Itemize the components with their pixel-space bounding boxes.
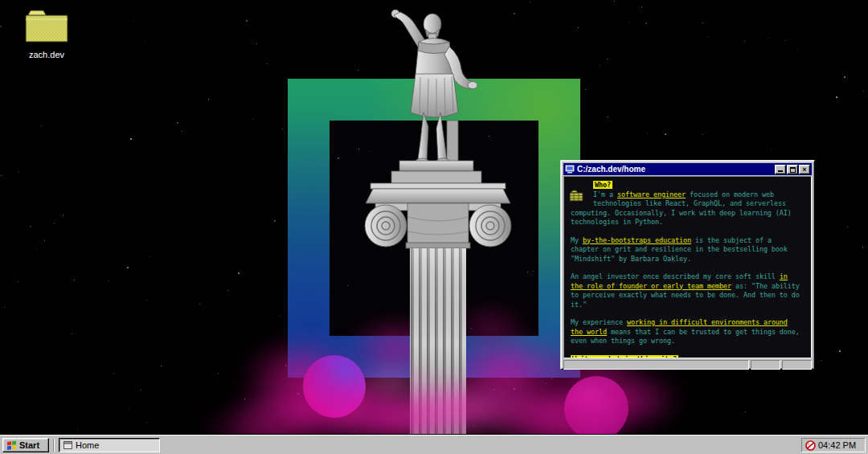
terminal-text: focused on modern web (686, 190, 774, 198)
window-title: C:/zach.dev/home (577, 165, 772, 174)
folder-label: zach.dev (18, 50, 76, 59)
star (177, 122, 178, 124)
star (127, 267, 129, 268)
star (44, 240, 45, 241)
star (744, 41, 745, 42)
star (199, 304, 200, 305)
terminal-link[interactable]: the world (571, 328, 607, 336)
terminal-body: Who?I'm a software engineer focused on m… (563, 176, 812, 358)
terminal-link[interactable]: working in difficult environments around (627, 318, 788, 326)
terminal-paragraph: My by-the-bootstraps education is the su… (571, 236, 808, 264)
desktop-folder-zach-dev[interactable]: zach.dev (18, 6, 76, 59)
terminal-text: even when things go wrong. (571, 337, 675, 345)
star (338, 157, 339, 159)
star (628, 22, 629, 22)
status-panel (563, 360, 749, 370)
start-button[interactable]: Start (2, 438, 49, 452)
star (208, 99, 209, 100)
star (600, 65, 600, 66)
terminal-line: I'm a software engineer focused on moder… (571, 190, 808, 200)
star (797, 50, 798, 51)
section-badge: Who? (593, 181, 612, 189)
star (218, 373, 219, 374)
star (129, 407, 129, 408)
start-label: Start (19, 440, 39, 450)
window-icon (63, 441, 72, 449)
star (645, 22, 647, 24)
star (256, 43, 257, 44)
star (0, 26, 2, 27)
statue (391, 10, 477, 165)
terminal-line: My experience working in difficult envir… (571, 318, 808, 328)
terminal-text: is the subject of a (691, 236, 772, 244)
terminal-line: to perceive exactly what needs to be don… (571, 291, 808, 301)
terminal-window: C:/zach.dev/home × Who?I'm a software en… (560, 160, 815, 370)
system-tray: 04:42 PM (801, 438, 866, 452)
star (844, 76, 845, 78)
star (745, 411, 746, 412)
star (36, 249, 37, 250)
star (1, 175, 2, 176)
star (614, 1, 615, 2)
star (145, 42, 145, 43)
terminal-text: My (571, 236, 583, 244)
star (533, 271, 534, 272)
terminal-link[interactable]: by-the-bootstraps education (583, 236, 691, 244)
star (18, 171, 19, 172)
star (702, 134, 703, 135)
taskbar-divider (53, 439, 55, 452)
task-button-home[interactable]: Home (59, 438, 160, 452)
terminal-link[interactable]: the role of founder or early team member (571, 282, 731, 290)
maximize-button[interactable] (787, 165, 798, 174)
terminal-line: chapter on grit and resilience in the be… (571, 245, 808, 255)
terminal-text: means that I can be trusted to get thing… (607, 328, 800, 336)
terminal-text: computing. Occasionally, I work with dee… (571, 209, 792, 217)
star (182, 131, 182, 132)
star (641, 6, 642, 7)
terminal-text: My experience (571, 318, 627, 326)
taskbar: Start Home 04:42 PM (0, 435, 868, 454)
clock[interactable]: 04:42 PM (818, 440, 856, 450)
blocked-icon[interactable] (805, 440, 816, 451)
star (280, 315, 280, 316)
terminal-line: computing. Occasionally, I work with dee… (571, 209, 808, 219)
terminal-text: as: "The ability (731, 282, 800, 290)
terminal-paragraph: My experience working in difficult envir… (571, 318, 808, 346)
terminal-paragraph: An angel investor once described my core… (571, 272, 808, 309)
star (702, 22, 703, 23)
window-statusbar (563, 360, 812, 370)
terminal-line: Who? (571, 181, 808, 190)
star (63, 215, 63, 216)
windows-logo-icon (6, 440, 17, 450)
close-button[interactable]: × (799, 165, 810, 174)
star (847, 227, 848, 227)
star (862, 247, 863, 247)
star (647, 133, 648, 133)
star (54, 223, 55, 223)
star (530, 2, 530, 2)
card-file-icon (569, 190, 583, 202)
footer-badge[interactable]: Wait... what is this site? (571, 355, 678, 359)
column-capital (365, 161, 511, 248)
minimize-button[interactable] (775, 165, 786, 174)
star (821, 360, 821, 361)
window-titlebar[interactable]: C:/zach.dev/home × (563, 163, 812, 175)
terminal-link[interactable]: in (780, 272, 788, 280)
desktop: zach.dev C:/zach.dev/home × Who?I'm a so… (0, 0, 868, 454)
terminal-text: An angel investor once described my core… (571, 272, 780, 280)
star (72, 333, 72, 334)
terminal-line: technologies in Python. (571, 218, 808, 227)
star (41, 125, 42, 126)
star (161, 366, 162, 366)
star (149, 256, 150, 257)
terminal-link[interactable]: software engineer (617, 190, 686, 198)
star (18, 281, 18, 282)
star (252, 119, 253, 120)
star (238, 272, 240, 274)
star (133, 21, 134, 22)
star (30, 226, 31, 227)
terminal-line: Wait... what is this site? (571, 355, 808, 359)
terminal-line: technologies like React, GraphQL, and se… (571, 199, 808, 209)
task-label: Home (76, 440, 99, 450)
star (246, 20, 248, 22)
